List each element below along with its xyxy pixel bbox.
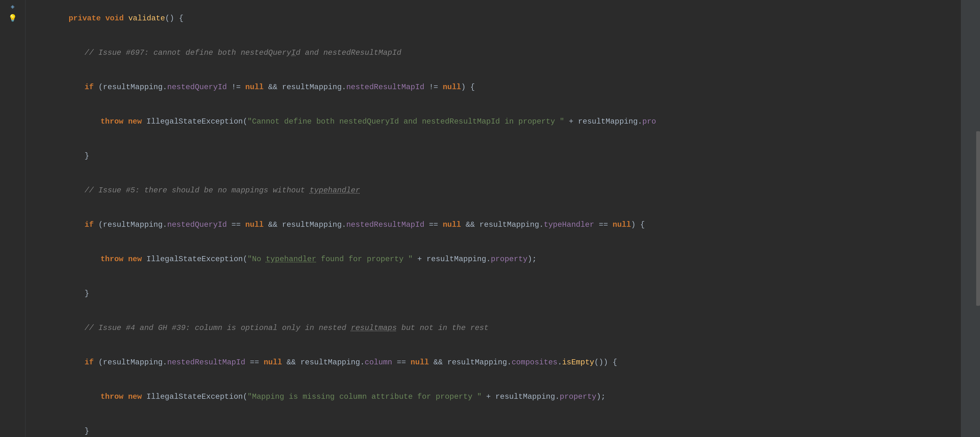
method-name: validate: [128, 14, 165, 23]
code-line: if (resultMapping.nestedQueryId != null …: [25, 70, 961, 104]
bulb-icon: 💡: [8, 13, 17, 24]
code-line: }: [25, 139, 961, 173]
code-line: // Issue #697: cannot define both nested…: [25, 36, 961, 70]
code-line: // Issue #4 and GH #39: column is option…: [25, 311, 961, 345]
scrollbar-track[interactable]: [976, 0, 980, 437]
comment: d and nestedResultMapId: [296, 48, 401, 57]
gutter: ◈ 💡: [0, 0, 25, 437]
comment: I: [291, 48, 296, 57]
scrollbar-thumb[interactable]: [976, 131, 980, 306]
code-line: throw new IllegalStateException("No type…: [25, 242, 961, 277]
comment: but not in the rest: [397, 324, 489, 332]
editor-container: ◈ 💡 private void validate() { // Issue #…: [0, 0, 980, 437]
code-line: throw new IllegalStateException("Mapping…: [25, 380, 961, 414]
code-line: }: [25, 414, 961, 437]
code-line: }: [25, 277, 961, 311]
comment-underline: typehandler: [310, 186, 360, 195]
comment: // Issue #697: cannot define both nested…: [84, 48, 291, 57]
punctuation: () {: [165, 14, 184, 23]
bookmark-icon: ◈: [11, 1, 14, 13]
comment: // Issue #5: there should be no mappings…: [84, 186, 310, 195]
code-line: if (resultMapping.nestedResultMapId == n…: [25, 345, 961, 380]
code-line: // Issue #5: there should be no mappings…: [25, 173, 961, 208]
minimap-panel: [961, 0, 980, 437]
code-area: private void validate() { // Issue #697:…: [25, 0, 961, 437]
code-line: if (resultMapping.nestedQueryId == null …: [25, 208, 961, 242]
code-line: throw new IllegalStateException("Cannot …: [25, 104, 961, 139]
keyword: private: [68, 14, 105, 23]
code-line: private void validate() {: [25, 1, 961, 36]
comment-underline: resultmaps: [351, 324, 397, 332]
comment: // Issue #4 and GH #39: column is option…: [84, 324, 351, 332]
keyword: void: [105, 14, 128, 23]
